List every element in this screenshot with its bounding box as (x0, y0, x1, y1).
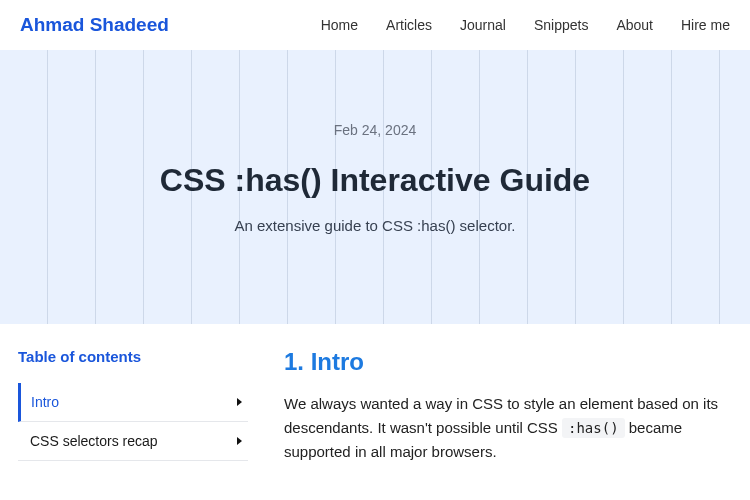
site-header: Ahmad Shadeed Home Articles Journal Snip… (0, 0, 750, 50)
nav-about[interactable]: About (616, 17, 653, 33)
article-date: Feb 24, 2024 (20, 122, 730, 138)
sidebar: Table of contents Intro CSS selectors re… (18, 348, 248, 464)
nav-hire-me[interactable]: Hire me (681, 17, 730, 33)
toc-list: Intro CSS selectors recap (18, 383, 248, 461)
chevron-right-icon (237, 437, 242, 445)
main-nav: Home Articles Journal Snippets About Hir… (321, 17, 730, 33)
section-paragraph: We always wanted a way in CSS to style a… (284, 392, 732, 464)
hero: Feb 24, 2024 CSS :has() Interactive Guid… (0, 50, 750, 324)
content-area: Table of contents Intro CSS selectors re… (0, 324, 750, 488)
article-title: CSS :has() Interactive Guide (20, 162, 730, 199)
nav-journal[interactable]: Journal (460, 17, 506, 33)
toc-item-label: CSS selectors recap (30, 433, 158, 449)
toc-title: Table of contents (18, 348, 248, 365)
inline-code: :has() (562, 418, 625, 438)
nav-snippets[interactable]: Snippets (534, 17, 588, 33)
toc-item-label: Intro (31, 394, 59, 410)
toc-item-intro[interactable]: Intro (18, 383, 248, 422)
article-body: 1. Intro We always wanted a way in CSS t… (284, 348, 732, 464)
article-subtitle: An extensive guide to CSS :has() selecto… (20, 217, 730, 234)
logo[interactable]: Ahmad Shadeed (20, 14, 169, 36)
nav-home[interactable]: Home (321, 17, 358, 33)
toc-item-css-selectors-recap[interactable]: CSS selectors recap (18, 422, 248, 461)
section-heading: 1. Intro (284, 348, 732, 376)
nav-articles[interactable]: Articles (386, 17, 432, 33)
chevron-right-icon (237, 398, 242, 406)
